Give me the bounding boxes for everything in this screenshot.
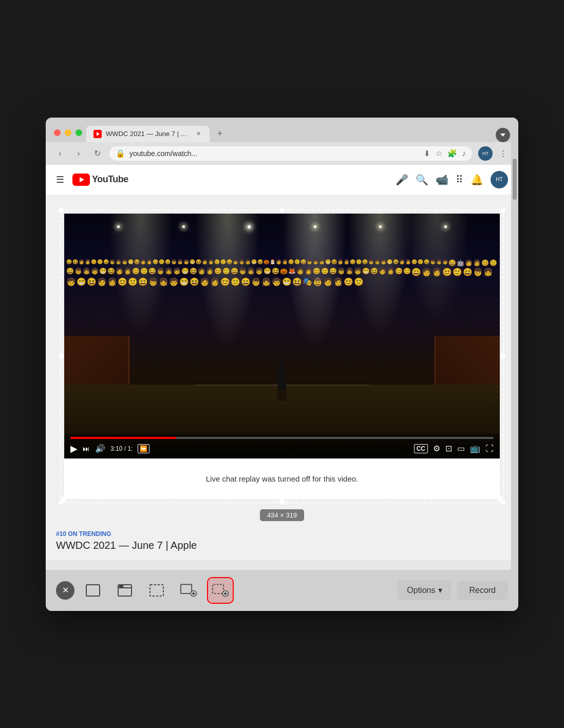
reload-button[interactable]: ↻: [91, 147, 103, 160]
progress-bar[interactable]: [70, 437, 494, 439]
tab-close-button[interactable]: ✕: [194, 130, 202, 138]
new-tab-button[interactable]: +: [212, 126, 228, 142]
media-icon[interactable]: ♪: [462, 149, 466, 158]
youtube-logo-icon: [72, 174, 90, 186]
tab-favicon: [93, 130, 102, 138]
star-icon[interactable]: ☆: [436, 149, 442, 158]
subtitles-button[interactable]: CC: [414, 444, 428, 453]
ceiling-light: [182, 225, 185, 228]
youtube-toolbar: 🎤 🔍 📹 ⠿ 🔔 HT: [396, 171, 508, 188]
chat-area: Live chat replay was turned off for this…: [64, 458, 500, 499]
address-text: youtube.com/watch...: [129, 149, 420, 158]
fullscreen-button[interactable]: ⛶: [485, 444, 494, 453]
svg-marker-2: [500, 133, 505, 137]
stage-floor: [64, 385, 500, 433]
handle-middle-left[interactable]: [59, 354, 64, 359]
handle-top-right[interactable]: [500, 208, 505, 213]
window-record-tool[interactable]: [207, 577, 234, 604]
dimensions-badge: 434 × 319: [260, 509, 304, 521]
handle-middle-right[interactable]: [500, 354, 505, 359]
create-video-icon[interactable]: 📹: [436, 174, 448, 186]
handle-top-middle[interactable]: [279, 208, 285, 213]
svg-point-15: [224, 592, 227, 595]
browser-menu-button[interactable]: ⋮: [496, 146, 510, 161]
notifications-icon[interactable]: 🔔: [471, 174, 483, 186]
maximize-traffic-light[interactable]: [76, 129, 82, 136]
full-screen-capture-tool[interactable]: [80, 577, 106, 604]
svg-point-12: [192, 592, 195, 595]
svg-rect-13: [213, 584, 223, 593]
record-button[interactable]: Record: [457, 581, 508, 600]
forward-button[interactable]: ›: [72, 147, 85, 160]
options-chevron-icon: ▾: [438, 585, 442, 595]
youtube-logo-text: YouTube: [92, 174, 128, 185]
bottom-toolbar: ✕: [46, 570, 518, 611]
youtube-header: ☰ YouTube 🎤 🔍 📹 ⠿ 🔔 HT: [46, 165, 518, 195]
volume-button[interactable]: 🔊: [95, 444, 105, 453]
dimensions-wrapper: 434 × 319: [54, 509, 510, 521]
scrollbar-thumb[interactable]: [513, 159, 517, 200]
hamburger-menu-icon[interactable]: ☰: [56, 174, 64, 185]
window-icon: [117, 582, 133, 599]
video-container: 😀😃🧑👩😊🙂😄👦👧🧒😁😆🧑👩😊🙂😄👦👧🧒😁😆🧑👩😊🙂😄👦👧🧒😁😆🎃🎅🧑👩😊🙂😄👦…: [64, 214, 500, 499]
handle-chat-bottom-middle[interactable]: [279, 496, 285, 502]
trending-label: #10 ON TRENDING: [56, 530, 508, 538]
ceiling-light: [314, 225, 316, 228]
region-capture-tool[interactable]: [143, 577, 170, 604]
record-label: Record: [469, 586, 496, 595]
video-info: #10 ON TRENDING WWDC 2021 — June 7 | App…: [46, 525, 518, 560]
browser-user-avatar[interactable]: HT: [478, 146, 493, 161]
close-toolbar-button[interactable]: ✕: [56, 581, 74, 600]
youtube-logo[interactable]: YouTube: [72, 174, 128, 186]
time-display: 3:10 / 1:: [110, 445, 133, 452]
video-scene: 😀😃🧑👩😊🙂😄👦👧🧒😁😆🧑👩😊🙂😄👦👧🧒😁😆🧑👩😊🙂😄👦👧🧒😁😆🎃🎅🧑👩😊🙂😄👦…: [64, 214, 500, 458]
handle-chat-bottom-right[interactable]: [497, 496, 502, 502]
handle-chat-bottom-left[interactable]: [62, 496, 67, 502]
options-button[interactable]: Options ▾: [398, 580, 452, 600]
next-button[interactable]: ⏭: [83, 445, 90, 453]
video-player[interactable]: 😀😃🧑👩😊🙂😄👦👧🧒😁😆🧑👩😊🙂😄👦👧🧒😁😆🧑👩😊🙂😄👦👧🧒😁😆🎃🎅🧑👩😊🙂😄👦…: [64, 214, 500, 458]
play-button[interactable]: ▶: [70, 443, 78, 454]
settings-button[interactable]: ⚙: [433, 444, 440, 453]
miniplayer-button[interactable]: ⊡: [445, 444, 452, 453]
minimize-traffic-light[interactable]: [65, 129, 71, 136]
svg-point-7: [120, 585, 121, 587]
speed-button[interactable]: ⏩: [138, 444, 149, 453]
microphone-icon[interactable]: 🎤: [396, 174, 408, 186]
ceiling-light: [117, 225, 120, 228]
ceiling-light: [444, 225, 447, 228]
close-traffic-light[interactable]: [54, 129, 61, 136]
youtube-user-avatar[interactable]: HT: [491, 171, 508, 188]
extension-icon[interactable]: 🧩: [447, 149, 457, 158]
scrollbar[interactable]: [511, 118, 518, 611]
back-button[interactable]: ‹: [54, 147, 66, 160]
address-icons: ⬇ ☆ 🧩 ♪: [424, 149, 466, 158]
svg-rect-10: [181, 584, 192, 593]
progress-fill: [70, 437, 176, 439]
apps-icon[interactable]: ⠿: [456, 174, 463, 186]
full-screen-icon: [85, 582, 101, 599]
active-tab[interactable]: WWDC 2021 — June 7 | Apple ✕: [86, 126, 210, 142]
video-controls: ▶ ⏭ 🔊 3:10 / 1: ⏩ CC ⚙: [64, 433, 500, 458]
tab-overflow-button[interactable]: [496, 128, 510, 142]
ceiling-light: [379, 225, 382, 228]
theater-button[interactable]: ▭: [457, 444, 465, 453]
svg-rect-9: [150, 585, 163, 596]
download-icon[interactable]: ⬇: [424, 149, 430, 158]
traffic-lights: [54, 129, 82, 136]
cast-button[interactable]: 📺: [470, 444, 480, 453]
address-bar: ‹ › ↻ 🔒 youtube.com/watch... ⬇ ☆ 🧩 ♪ HT …: [46, 142, 518, 165]
region-icon: [148, 582, 165, 599]
handle-top-left[interactable]: [59, 208, 64, 213]
lock-icon: 🔒: [116, 149, 125, 158]
search-icon[interactable]: 🔍: [416, 174, 428, 186]
browser-toolbar-icons: HT ⋮: [478, 146, 510, 161]
address-input-wrapper[interactable]: 🔒 youtube.com/watch... ⬇ ☆ 🧩 ♪: [109, 146, 472, 161]
chat-section: Live chat replay was turned off for this…: [64, 458, 500, 499]
tab-title: WWDC 2021 — June 7 | Apple: [106, 130, 190, 138]
controls-row: ▶ ⏭ 🔊 3:10 / 1: ⏩ CC ⚙: [70, 443, 494, 454]
window-capture-tool[interactable]: [111, 577, 138, 604]
audience-emojis: 😀😃🧑👩😊🙂😄👦👧🧒😁😆🧑👩😊🙂😄👦👧🧒😁😆🧑👩😊🙂😄👦👧🧒😁😆🎃🎅🧑👩😊🙂😄👦…: [64, 257, 500, 288]
screen-webcam-tool[interactable]: [175, 577, 202, 604]
page-content: ☰ YouTube 🎤 🔍 📹 ⠿ 🔔 HT: [46, 165, 518, 560]
